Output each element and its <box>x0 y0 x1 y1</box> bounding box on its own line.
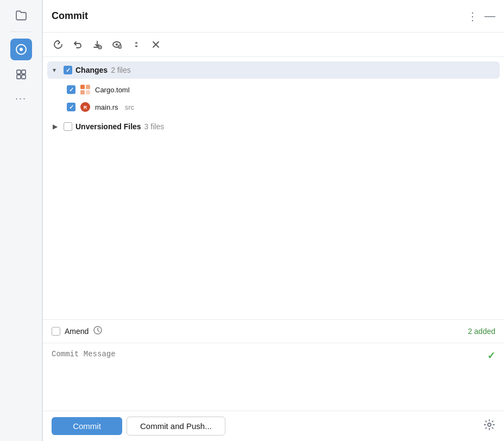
refresh-button[interactable] <box>49 37 67 52</box>
file-list: ▾ Changes 2 files Cargo.toml R ma <box>43 57 504 319</box>
svg-point-1 <box>20 48 23 51</box>
panel-header: Commit ⋮ — <box>43 0 504 33</box>
mainrs-filepath: src <box>125 103 134 111</box>
minimize-icon[interactable]: — <box>484 10 495 22</box>
buttons-left: Commit Commit and Push... <box>52 417 225 436</box>
settings-icon[interactable] <box>483 419 495 433</box>
svg-rect-3 <box>22 70 26 74</box>
sidebar-more-icon[interactable]: ··· <box>11 89 31 108</box>
show-diff-button[interactable] <box>108 37 125 52</box>
sidebar-git-icon[interactable] <box>10 39 32 60</box>
close-filter-button[interactable] <box>147 37 165 52</box>
unversioned-chevron: ▶ <box>53 123 60 130</box>
sidebar-divider <box>10 32 32 32</box>
changes-label: Changes <box>75 66 108 74</box>
check-icon: ✓ <box>487 350 495 362</box>
amend-checkbox[interactable] <box>52 327 60 336</box>
more-options-icon[interactable]: ⋮ <box>467 10 478 23</box>
commit-message-area: ✓ <box>43 343 504 411</box>
amend-row: Amend 2 added <box>43 320 504 343</box>
changes-group-header[interactable]: ▾ Changes 2 files <box>47 61 500 79</box>
action-buttons: Commit Commit and Push... <box>43 411 504 441</box>
amend-label: Amend <box>65 327 89 336</box>
added-count: 2 added <box>468 327 495 336</box>
amend-left: Amend <box>52 325 103 337</box>
commit-button[interactable]: Commit <box>52 417 122 435</box>
commit-message-input[interactable] <box>52 350 495 404</box>
mainrs-filename: main.rs <box>95 103 118 111</box>
expand-button[interactable] <box>128 37 145 52</box>
file-item-mainrs[interactable]: R main.rs src <box>47 98 500 116</box>
bottom-area: Amend 2 added ✓ Commit Commit and Push..… <box>43 319 504 441</box>
download-button[interactable] <box>89 37 106 52</box>
unversioned-group-header[interactable]: ▶ Unversioned Files 3 files <box>47 118 500 135</box>
svg-rect-4 <box>17 75 21 79</box>
panel-title: Commit <box>52 10 88 22</box>
svg-rect-13 <box>86 90 90 94</box>
svg-text:R: R <box>84 105 87 110</box>
cargo-filename: Cargo.toml <box>95 86 130 94</box>
svg-point-8 <box>116 43 118 46</box>
svg-rect-5 <box>22 75 26 79</box>
changes-count: 2 files <box>111 66 131 74</box>
unversioned-checkbox[interactable] <box>64 122 72 131</box>
svg-rect-2 <box>17 70 21 74</box>
toolbar <box>43 33 504 57</box>
header-actions: ⋮ — <box>467 10 495 23</box>
sidebar: ··· <box>0 0 42 441</box>
sidebar-folder-icon[interactable] <box>11 5 31 25</box>
svg-rect-11 <box>86 85 90 89</box>
commit-push-button[interactable]: Commit and Push... <box>127 417 225 436</box>
cargo-file-icon <box>80 84 91 95</box>
changes-chevron: ▾ <box>53 66 60 74</box>
svg-rect-10 <box>80 85 85 89</box>
unversioned-count: 3 files <box>144 122 165 131</box>
main-panel: Commit ⋮ — <box>42 0 504 441</box>
sidebar-grid-icon[interactable] <box>11 65 31 84</box>
undo-button[interactable] <box>69 37 86 52</box>
unversioned-label: Unversioned Files <box>75 122 141 131</box>
svg-rect-12 <box>80 90 85 94</box>
rust-file-icon: R <box>80 102 91 112</box>
mainrs-checkbox[interactable] <box>67 103 75 111</box>
cargo-checkbox[interactable] <box>67 85 75 94</box>
file-item-cargo[interactable]: Cargo.toml <box>47 81 500 98</box>
svg-point-17 <box>488 423 491 426</box>
changes-checkbox[interactable] <box>64 66 72 74</box>
clock-icon <box>93 325 103 337</box>
